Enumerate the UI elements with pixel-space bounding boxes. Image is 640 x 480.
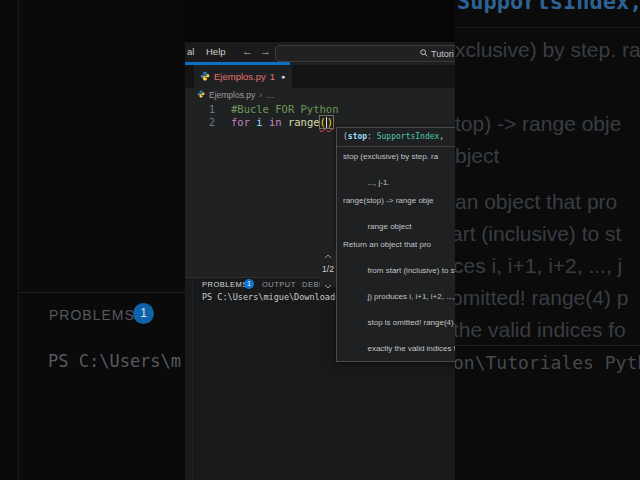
tab-filename: Ejemplos.py — [214, 71, 266, 82]
tab-error-count: 1 — [270, 71, 275, 82]
line-number: 1 — [199, 103, 215, 115]
hint-signature: (stop: SupportsIndex, — [337, 128, 455, 147]
panel-tab-output[interactable]: OUTPUT — [262, 280, 296, 289]
tab-ejemplos-py[interactable]: Ejemplos.py 1 ● — [194, 65, 292, 88]
modified-dot-icon[interactable]: ● — [281, 73, 285, 80]
background-tooltip-bottom-line — [455, 345, 640, 346]
python-file-icon — [197, 90, 205, 100]
hint-line: range object — [367, 222, 411, 231]
bracket-pair: () — [320, 116, 334, 128]
search-icon — [420, 49, 428, 59]
hint-line: exactly the valid indices fo — [367, 344, 455, 353]
hint-line: from start (inclusive) to st — [367, 266, 455, 275]
breadcrumb-ellipsis[interactable]: … — [266, 90, 275, 100]
background-terminal-text: on\Tutoriales Pyth — [455, 352, 640, 373]
breadcrumb-file[interactable]: Ejemplos.py — [209, 90, 255, 100]
line-number: 2 — [199, 116, 215, 128]
background-doc-line: omitted! range(4) p — [455, 286, 628, 310]
background-panel-divider — [18, 292, 185, 293]
background-terminal-text: PS C:\Users\m — [48, 351, 181, 371]
command-center-search[interactable]: Tutori — [275, 45, 455, 62]
hint-overload-pager: 1/2 — [320, 250, 336, 287]
sig-param: stop — [348, 132, 367, 141]
background-separator-line — [455, 27, 640, 28]
breadcrumb: Ejemplos.py › … — [197, 90, 275, 100]
keyword-for: for — [231, 116, 256, 128]
hint-line: Return an object that pro — [343, 240, 431, 249]
search-text: Tutori — [431, 49, 454, 59]
close-paren: ) — [327, 116, 333, 128]
panel-left-edge — [192, 278, 193, 480]
background-right-strip: SupportsIndex, xclusive) by step. ra top… — [455, 0, 640, 480]
background-left-strip: PROBLEMS 1 PS C:\Users\m — [0, 0, 185, 480]
background-doc-line: bject — [455, 144, 499, 168]
background-doc-line: an object that pro — [455, 190, 617, 214]
titlebar: al Help ← → Tutori — [185, 42, 455, 63]
forward-arrow-icon[interactable]: → — [260, 45, 271, 57]
hint-docs: stop (exclusive) by step. ra ..., j-1. r… — [337, 147, 455, 361]
background-doc-line: top) -> range obje — [455, 112, 621, 136]
keyword-in: in — [263, 116, 288, 128]
shorts-frame: PROBLEMS 1 PS C:\Users\m SupportsIndex, … — [0, 0, 640, 480]
back-arrow-icon[interactable]: ← — [242, 45, 253, 57]
hint-line: stop is omitted! range(4) p — [367, 318, 455, 327]
hint-line: ..., j-1. — [367, 178, 389, 187]
menu-help[interactable]: Help — [206, 46, 226, 57]
python-file-icon — [200, 67, 210, 85]
hint-line: range(stop) -> range obje — [343, 196, 434, 205]
background-problems-label: PROBLEMS — [49, 307, 135, 323]
chevron-down-icon[interactable] — [324, 275, 332, 293]
hint-line: stop (exclusive) by step. ra — [343, 152, 438, 161]
code-line-2[interactable]: for i in range() — [231, 116, 333, 128]
background-doc-line: xclusive) by step. ra — [455, 38, 640, 62]
menu-terminal[interactable]: al — [187, 46, 194, 57]
sig-colon: : — [367, 132, 377, 141]
letterbox-top — [185, 0, 455, 42]
parameter-hint-tooltip: (stop: SupportsIndex, stop (exclusive) b… — [336, 127, 455, 362]
background-problems-badge: 1 — [133, 303, 154, 324]
background-vertical-divider — [18, 0, 19, 480]
background-doc-line: ces i, i+1, i+2, ..., j — [455, 254, 622, 278]
background-doc-line: the valid indices fo — [455, 318, 626, 342]
background-doc-line: art (inclusive) to st — [455, 222, 621, 246]
breadcrumb-separator: › — [259, 90, 262, 100]
sig-comma: , — [439, 132, 444, 141]
function-range: range — [288, 116, 320, 128]
hint-line: j) produces i, i+1, i+2, ..., j — [367, 292, 455, 301]
pager-value: 1/2 — [322, 264, 334, 274]
background-signature-text: SupportsIndex, — [457, 0, 640, 14]
vscode-window: al Help ← → Tutori Ejemplos.py 1 — [185, 0, 455, 480]
editor-tabbar: Ejemplos.py 1 ● — [185, 65, 455, 88]
panel-tab-problems[interactable]: PROBLEMS — [202, 280, 248, 289]
code-line-1[interactable]: #Bucle FOR Python — [231, 103, 338, 115]
sig-type: SupportsIndex — [377, 132, 440, 141]
chevron-up-icon[interactable] — [324, 245, 332, 263]
problems-count-badge: 1 — [244, 279, 254, 289]
